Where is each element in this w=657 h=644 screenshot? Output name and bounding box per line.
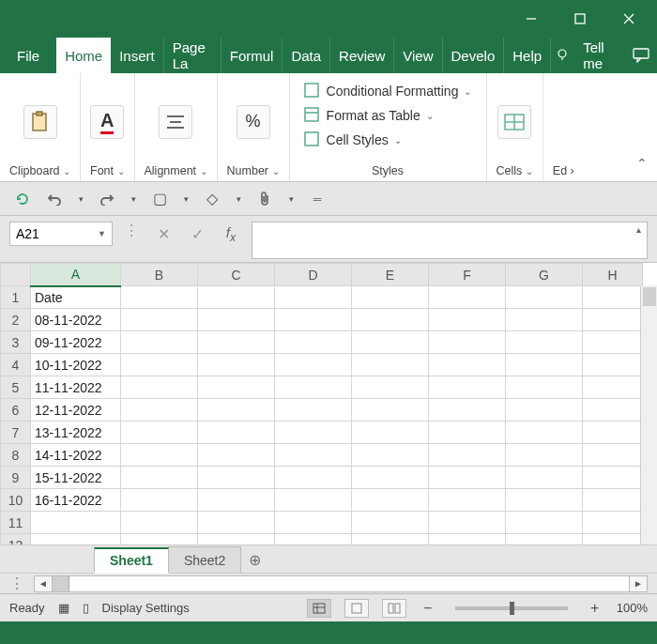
- accessibility-icon[interactable]: ▦: [58, 601, 69, 615]
- tab-review[interactable]: Review: [330, 38, 394, 73]
- cell-D4[interactable]: [275, 354, 352, 376]
- cell-G3[interactable]: [506, 331, 583, 354]
- cell-F12[interactable]: [429, 534, 506, 545]
- tab-file[interactable]: File: [0, 38, 56, 73]
- alignment-icon[interactable]: [159, 105, 192, 139]
- tellme-bulb-icon[interactable]: [551, 38, 573, 73]
- cell-A12[interactable]: [31, 534, 121, 545]
- cell-A6[interactable]: 12-11-2022: [31, 399, 121, 422]
- zoom-out-button[interactable]: −: [420, 600, 436, 617]
- row-header-8[interactable]: 8: [1, 444, 31, 467]
- row-header-2[interactable]: 2: [1, 309, 31, 331]
- select-all-corner[interactable]: [1, 264, 31, 286]
- tab-developer[interactable]: Develo: [443, 38, 505, 73]
- cell-G11[interactable]: [506, 512, 583, 534]
- cell-C2[interactable]: [198, 309, 275, 331]
- cell-B7[interactable]: [121, 422, 198, 444]
- display-settings-icon[interactable]: ▯: [83, 601, 89, 615]
- cell-H3[interactable]: [583, 331, 643, 354]
- undo-icon[interactable]: [43, 188, 66, 210]
- row-header-10[interactable]: 10: [1, 489, 31, 512]
- cell-D1[interactable]: [275, 286, 352, 309]
- cell-C8[interactable]: [198, 444, 275, 467]
- cell-F9[interactable]: [429, 467, 506, 489]
- cell-D7[interactable]: [275, 422, 352, 444]
- cell-G7[interactable]: [506, 422, 583, 444]
- qat-icon-1[interactable]: ▢: [148, 188, 171, 210]
- cell-A1[interactable]: Date: [31, 286, 121, 309]
- window-maximize-button[interactable]: [559, 5, 601, 33]
- cell-E1[interactable]: [352, 286, 429, 309]
- scroll-left-button[interactable]: ◄: [34, 575, 53, 592]
- comments-icon[interactable]: [626, 38, 657, 73]
- row-header-6[interactable]: 6: [1, 399, 31, 422]
- cell-F4[interactable]: [429, 354, 506, 376]
- cell-A5[interactable]: 11-11-2022: [31, 376, 121, 399]
- cell-H1[interactable]: [583, 286, 643, 309]
- cancel-icon[interactable]: ✕: [150, 222, 176, 246]
- format-as-table-button[interactable]: Format as Table ⌄: [302, 103, 474, 128]
- tab-help[interactable]: Help: [504, 38, 551, 73]
- cell-F6[interactable]: [429, 399, 506, 422]
- cell-C7[interactable]: [198, 422, 275, 444]
- cell-E8[interactable]: [352, 444, 429, 467]
- cell-A11[interactable]: [31, 512, 121, 534]
- cell-B2[interactable]: [121, 309, 198, 331]
- tab-home[interactable]: Home: [56, 38, 111, 73]
- cell-F1[interactable]: [429, 286, 506, 309]
- cell-H7[interactable]: [583, 422, 643, 444]
- cell-C5[interactable]: [198, 376, 275, 399]
- row-header-3[interactable]: 3: [1, 331, 31, 354]
- row-header-1[interactable]: 1: [1, 286, 31, 309]
- column-header-C[interactable]: C: [198, 264, 275, 286]
- cell-E11[interactable]: [352, 512, 429, 534]
- refresh-icon[interactable]: [11, 188, 34, 210]
- tab-formulas[interactable]: Formul: [222, 38, 283, 73]
- cell-D8[interactable]: [275, 444, 352, 467]
- cell-B9[interactable]: [121, 467, 198, 489]
- cell-G4[interactable]: [506, 354, 583, 376]
- tab-view[interactable]: View: [394, 38, 442, 73]
- cell-G12[interactable]: [506, 534, 583, 545]
- fx-icon[interactable]: fx: [218, 222, 244, 246]
- cell-B11[interactable]: [121, 512, 198, 534]
- cell-styles-button[interactable]: Cell Styles ⌄: [302, 128, 474, 152]
- cell-F2[interactable]: [429, 309, 506, 331]
- tab-data[interactable]: Data: [283, 38, 330, 73]
- cell-G1[interactable]: [506, 286, 583, 309]
- cell-E7[interactable]: [352, 422, 429, 444]
- cell-G9[interactable]: [506, 467, 583, 489]
- redo-icon[interactable]: [96, 188, 118, 210]
- sheet-tab-sheet2[interactable]: Sheet2: [168, 546, 241, 573]
- display-settings-label[interactable]: Display Settings: [102, 601, 190, 615]
- cell-B12[interactable]: [121, 534, 198, 545]
- cell-A10[interactable]: 16-11-2022: [31, 489, 121, 512]
- zoom-in-button[interactable]: +: [587, 600, 604, 617]
- cell-C12[interactable]: [198, 534, 275, 545]
- cell-G6[interactable]: [506, 399, 583, 422]
- spreadsheet-grid[interactable]: ABCDEFGH1Date208-11-2022309-11-2022410-1…: [0, 263, 657, 544]
- paste-icon[interactable]: [23, 105, 57, 139]
- cell-H12[interactable]: [583, 534, 643, 545]
- cell-H5[interactable]: [583, 376, 643, 399]
- cell-A4[interactable]: 10-11-2022: [31, 354, 121, 376]
- cell-A3[interactable]: 09-11-2022: [31, 331, 121, 354]
- tab-insert[interactable]: Insert: [111, 38, 164, 73]
- view-normal-button[interactable]: [307, 599, 331, 618]
- row-header-4[interactable]: 4: [1, 354, 31, 376]
- cell-D3[interactable]: [275, 331, 352, 354]
- column-header-F[interactable]: F: [429, 264, 506, 286]
- add-sheet-button[interactable]: ⊕: [240, 546, 268, 573]
- cell-A7[interactable]: 13-11-2022: [31, 422, 121, 444]
- cell-B6[interactable]: [121, 399, 198, 422]
- cell-E9[interactable]: [352, 467, 429, 489]
- cell-G8[interactable]: [506, 444, 583, 467]
- cell-F3[interactable]: [429, 331, 506, 354]
- cell-B1[interactable]: [121, 286, 198, 309]
- cell-C3[interactable]: [198, 331, 275, 354]
- cell-H8[interactable]: [583, 444, 643, 467]
- cell-H11[interactable]: [583, 512, 643, 534]
- cell-G5[interactable]: [506, 376, 583, 399]
- row-header-5[interactable]: 5: [1, 376, 31, 399]
- cell-D12[interactable]: [275, 534, 352, 545]
